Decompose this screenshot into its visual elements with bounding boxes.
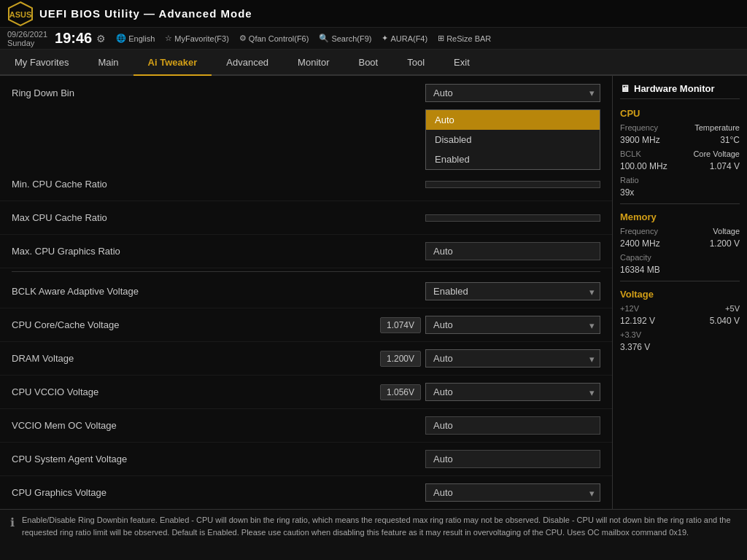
- vccio-mem-oc-row: VCCIO Mem OC Voltage Auto: [0, 409, 612, 443]
- dram-voltage-dropdown-wrapper: Auto: [425, 349, 600, 368]
- hw-monitor-title: 🖥 Hardware Monitor: [620, 83, 740, 99]
- cpu-vccio-voltage-row: CPU VCCIO Voltage 1.056V Auto: [0, 376, 612, 409]
- monitor-icon: 🖥: [620, 83, 630, 94]
- ring-down-bin-label: Ring Down Bin: [12, 88, 425, 98]
- nav-bar: My Favorites Main Ai Tweaker Advanced Mo…: [0, 50, 747, 76]
- hw-ratio-label: Ratio: [620, 176, 639, 184]
- popup-item-disabled[interactable]: Disabled: [426, 130, 600, 149]
- cpu-vccio-voltage-label: CPU VCCIO Voltage: [12, 386, 380, 397]
- ring-down-bin-popup: Auto Disabled Enabled: [425, 109, 600, 170]
- nav-boot[interactable]: Boot: [344, 50, 392, 76]
- hw-divider-2: [620, 281, 740, 281]
- hw-33v-row: +3.3V: [620, 330, 740, 339]
- dram-voltage-badge: 1.200V: [380, 351, 421, 367]
- info-bar: ℹ Enable/Disable Ring Downbin feature. E…: [0, 509, 747, 560]
- hw-5v-value: 5.040 V: [710, 316, 740, 326]
- hw-mem-cap-row: Capacity: [620, 253, 740, 262]
- hw-cpu-section-title: CPU: [620, 108, 740, 119]
- hw-corevolt-value: 1.074 V: [710, 161, 740, 171]
- nav-main[interactable]: Main: [83, 50, 133, 76]
- min-cpu-cache-ratio-value: [425, 181, 600, 188]
- cpu-core-cache-voltage-row: CPU Core/Cache Voltage 1.074V Auto: [0, 308, 612, 342]
- hw-bclk-label: BCLK: [620, 149, 641, 158]
- max-cpu-cache-ratio-label: Max CPU Cache Ratio: [12, 212, 425, 223]
- clock-time: 19:46: [55, 30, 92, 47]
- cpu-core-cache-voltage-value: 1.074V Auto: [380, 316, 600, 334]
- cpu-vccio-dropdown[interactable]: Auto: [425, 383, 600, 401]
- hw-mem-volt-label: Voltage: [713, 227, 740, 236]
- min-cpu-cache-ratio-label: Min. CPU Cache Ratio: [12, 179, 425, 190]
- info-icon: ℹ: [10, 516, 15, 529]
- resizebar-link[interactable]: ⊞ ReSize BAR: [438, 34, 491, 43]
- bios-title: UEFI BIOS Utility — Advanced Mode: [39, 7, 252, 20]
- min-cpu-cache-ratio-row: Min. CPU Cache Ratio: [0, 168, 612, 201]
- nav-my-favorites[interactable]: My Favorites: [0, 50, 83, 76]
- nav-monitor[interactable]: Monitor: [283, 50, 344, 76]
- dram-voltage-label: DRAM Voltage: [12, 353, 380, 364]
- language-link[interactable]: 🌐 English: [116, 34, 155, 43]
- separator-1: [12, 271, 600, 272]
- hw-cpu-temp-label: Temperature: [694, 123, 740, 132]
- date: 09/26/2021: [7, 30, 47, 39]
- nav-exit[interactable]: Exit: [439, 50, 484, 76]
- vccio-mem-oc-field: Auto: [425, 416, 600, 435]
- settings-gear-icon[interactable]: ⚙: [96, 33, 106, 44]
- max-cpu-graphics-ratio-row: Max. CPU Graphics Ratio Auto: [0, 235, 612, 268]
- ring-down-bin-dropdown[interactable]: Auto Disabled Enabled: [425, 84, 600, 102]
- max-cpu-cache-ratio-row: Max CPU Cache Ratio: [0, 201, 612, 235]
- hw-ratio-value: 39x: [620, 187, 740, 198]
- hw-cpu-bclk-row: BCLK Core Voltage: [620, 149, 740, 158]
- cpu-vccio-dropdown-wrapper: Auto: [425, 383, 600, 401]
- hw-monitor-sidebar: 🖥 Hardware Monitor CPU Frequency Tempera…: [612, 76, 747, 509]
- day: Sunday: [7, 39, 47, 47]
- ring-down-bin-row: Ring Down Bin Auto Disabled Enabled Auto…: [0, 76, 612, 109]
- myfavorite-link[interactable]: ☆ MyFavorite(F3): [165, 34, 229, 43]
- vccio-mem-oc-value: Auto: [425, 416, 600, 435]
- search-link[interactable]: 🔍 Search(F9): [319, 34, 371, 43]
- hw-cpu-temp-value: 31°C: [720, 135, 740, 145]
- max-cpu-cache-ratio-value: [425, 214, 600, 222]
- hw-12v-value: 12.192 V: [620, 316, 655, 326]
- cpu-sys-agent-voltage-row: CPU System Agent Voltage Auto: [0, 443, 612, 476]
- aura-link[interactable]: ✦ AURA(F4): [382, 34, 427, 43]
- hw-mem-freq-row: Frequency Voltage: [620, 227, 740, 236]
- hw-cpu-freq-val-row: 3900 MHz 31°C: [620, 135, 740, 147]
- svg-text:ASUS: ASUS: [9, 10, 32, 19]
- cpu-sys-agent-field: Auto: [425, 450, 600, 468]
- max-cpu-graphics-ratio-value: Auto: [425, 242, 600, 260]
- popup-item-enabled[interactable]: Enabled: [426, 149, 600, 169]
- ring-down-bin-value: Auto Disabled Enabled: [425, 84, 600, 102]
- min-cpu-cache-ratio-field: [425, 181, 600, 188]
- hw-12v-row: +12V +5V: [620, 304, 740, 313]
- qfan-link[interactable]: ⚙ Qfan Control(F6): [239, 34, 309, 43]
- cpu-graphics-dropdown-wrapper: Auto: [425, 483, 600, 502]
- cpu-sys-agent-voltage-value: Auto: [425, 450, 600, 468]
- timebar-links: 🌐 English ☆ MyFavorite(F3) ⚙ Qfan Contro…: [116, 34, 491, 43]
- cpu-vccio-voltage-badge: 1.056V: [380, 384, 421, 400]
- cpu-graphics-dropdown[interactable]: Auto: [425, 483, 600, 502]
- datetime: 09/26/2021 Sunday: [7, 30, 47, 47]
- hw-cpu-freq-value: 3900 MHz: [620, 135, 660, 145]
- cpu-core-cache-dropdown[interactable]: Auto: [425, 316, 600, 334]
- nav-ai-tweaker[interactable]: Ai Tweaker: [133, 50, 212, 76]
- dram-voltage-value: 1.200V Auto: [380, 349, 600, 368]
- max-cpu-graphics-ratio-label: Max. CPU Graphics Ratio: [12, 246, 425, 257]
- bclk-aware-label: BCLK Aware Adaptive Voltage: [12, 286, 425, 297]
- max-cpu-cache-ratio-field: [425, 214, 600, 222]
- cpu-graphics-voltage-value: Auto: [425, 483, 600, 502]
- nav-tool[interactable]: Tool: [392, 50, 439, 76]
- dram-voltage-dropdown[interactable]: Auto: [425, 349, 600, 368]
- popup-item-auto[interactable]: Auto: [426, 110, 600, 130]
- nav-advanced[interactable]: Advanced: [212, 50, 283, 76]
- ring-down-bin-dropdown-wrapper: Auto Disabled Enabled: [425, 84, 600, 102]
- hw-mem-freq-val-row: 2400 MHz 1.200 V: [620, 238, 740, 250]
- hw-cpu-freq-label: Frequency: [620, 123, 658, 132]
- hw-5v-label: +5V: [725, 304, 740, 313]
- cpu-core-cache-dropdown-wrapper: Auto: [425, 316, 600, 334]
- bclk-aware-dropdown[interactable]: Enabled Disabled: [425, 282, 600, 300]
- info-text: Enable/Disable Ring Downbin feature. Ena…: [22, 514, 737, 538]
- hw-33v-label: +3.3V: [620, 330, 641, 339]
- bclk-aware-value: Enabled Disabled: [425, 282, 600, 300]
- bclk-aware-dropdown-wrapper: Enabled Disabled: [425, 282, 600, 300]
- settings-panel: Ring Down Bin Auto Disabled Enabled Auto…: [0, 76, 612, 509]
